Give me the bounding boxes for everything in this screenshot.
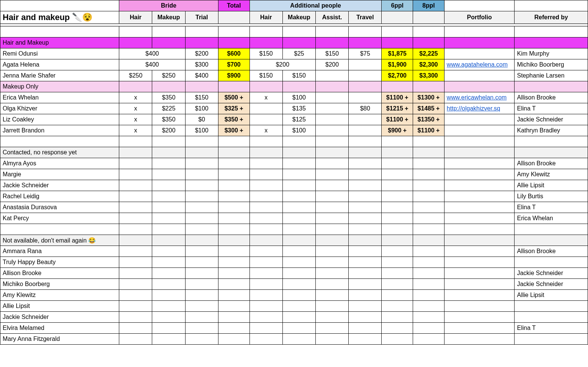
table-row[interactable]: Olga Khizver x $225 $100 $325 + $135 $80… (0, 103, 588, 114)
vendor-name: Amy Klewitz (0, 290, 119, 301)
table-row[interactable]: Michiko BoorbergJackie Schneider (0, 279, 588, 290)
referred-by: Lily Burtis (515, 191, 588, 202)
vendor-name: Jackie Schneider (0, 180, 119, 191)
table-row[interactable]: Remi Odunsi $400 $200 $600 $150 $25 $150… (0, 48, 588, 59)
table-row[interactable]: Rachel LeidigLily Burtis (0, 191, 588, 202)
vendor-name: Elvira Melamed (0, 323, 119, 334)
table-row[interactable]: Allie Lipsit (0, 301, 588, 312)
col-hair: Hair (119, 11, 152, 24)
table-row[interactable]: Jackie Schneider (0, 312, 588, 323)
referred-by (515, 312, 588, 323)
vendor-name: Kat Percy (0, 213, 119, 224)
portfolio-link[interactable]: www.ericawhelan.com (444, 92, 515, 103)
portfolio-link[interactable]: http://olgakhizver.sq (444, 103, 515, 114)
col-assist: Assist. (315, 11, 348, 24)
referred-by: Erica Whelan (515, 213, 588, 224)
table-row[interactable]: Allison BrookeJackie Schneider (0, 268, 588, 279)
portfolio-link[interactable]: www.agatahelena.com (444, 59, 515, 70)
table-row[interactable]: Ammara RanaAllison Brooke (0, 246, 588, 257)
table-row[interactable] (0, 136, 588, 147)
referred-by: Kim Murphy (515, 48, 588, 59)
section-makeup-only: Makeup Only (0, 81, 588, 92)
table-row[interactable] (0, 26, 588, 37)
table-row[interactable]: MargieAmy Klewitz (0, 169, 588, 180)
table-row[interactable]: Anastasia DurasovaElina T (0, 202, 588, 213)
table-row[interactable]: Erica Whelan x $350 $150 $500 + x $100 $… (0, 92, 588, 103)
referred-by: Allison Brooke (515, 246, 588, 257)
referred-by: Elina T (515, 103, 588, 114)
table-row[interactable]: Elvira MelamedElina T (0, 323, 588, 334)
vendor-name: Anastasia Durasova (0, 202, 119, 213)
vendor-name: Agata Helena (0, 59, 119, 70)
referred-by: Allie Lipsit (515, 290, 588, 301)
vendor-name: Rachel Leidig (0, 191, 119, 202)
col-referred: Referred by (515, 11, 588, 24)
referred-by (515, 301, 588, 312)
vendor-name: Margie (0, 169, 119, 180)
col-portfolio: Portfolio (444, 11, 515, 24)
vendor-name: Allison Brooke (0, 268, 119, 279)
col-group-additional: Additional people (250, 0, 382, 11)
vendor-name: Olga Khizver (0, 103, 119, 114)
table-row[interactable]: Truly Happy Beauty (0, 257, 588, 268)
vendor-name: Almyra Ayos (0, 158, 119, 169)
table-row[interactable]: Liz Coakley x $350 $0 $350 + $125 $1100 … (0, 114, 588, 125)
col-group-total: Total (218, 0, 250, 11)
referred-by: Elina T (515, 323, 588, 334)
col-travel: Travel (349, 11, 382, 24)
referred-by: Stephanie Larsen (515, 70, 588, 81)
table-row[interactable]: Almyra AyosAllison Brooke (0, 158, 588, 169)
vendor-name: Remi Odunsi (0, 48, 119, 59)
table-row[interactable]: Amy KlewitzAllie Lipsit (0, 290, 588, 301)
referred-by: Allie Lipsit (515, 180, 588, 191)
col-makeup2: Makeup (282, 11, 315, 24)
section-contacted: Contacted, no response yet (0, 147, 588, 158)
vendor-name: Jenna Marie Shafer (0, 70, 119, 81)
vendor-name: Truly Happy Beauty (0, 257, 119, 268)
vendor-name: Mary Anna Fitzgerald (0, 334, 119, 345)
vendor-name: Jarrett Brandon (0, 125, 119, 136)
referred-by (515, 334, 588, 345)
referred-by: Elina T (515, 202, 588, 213)
referred-by: Kathryn Bradley (515, 125, 588, 136)
table-row[interactable]: Jenna Marie Shafer $250 $250 $400 $900 $… (0, 70, 588, 81)
referred-by: Jackie Schneider (515, 279, 588, 290)
vendor-name: Erica Whelan (0, 92, 119, 103)
referred-by: Allison Brooke (515, 92, 588, 103)
vendor-name: Jackie Schneider (0, 312, 119, 323)
col-group-bride: Bride (119, 0, 218, 11)
vendor-name: Michiko Boorberg (0, 279, 119, 290)
page-title: Hair and makeup 🔪😵 (0, 11, 119, 24)
col-group-6ppl: 6ppl (382, 0, 413, 11)
table-row[interactable]: Agata Helena $400 $300 $700 $200 $200 $1… (0, 59, 588, 70)
referred-by: Amy Klewitz (515, 169, 588, 180)
referred-by: Allison Brooke (515, 158, 588, 169)
vendor-name: Allie Lipsit (0, 301, 119, 312)
col-group-8ppl: 8ppl (413, 0, 445, 11)
header-row-groups: Bride Total Additional people 6ppl 8ppl (0, 0, 588, 11)
table-row[interactable]: Jackie SchneiderAllie Lipsit (0, 180, 588, 191)
hair-makeup-table[interactable]: Bride Total Additional people 6ppl 8ppl … (0, 0, 588, 345)
header-row-sub: Hair and makeup 🔪😵 Hair Makeup Trial Hai… (0, 11, 588, 24)
vendor-name: Liz Coakley (0, 114, 119, 125)
col-makeup: Makeup (152, 11, 185, 24)
col-hair2: Hair (250, 11, 282, 24)
section-not-available: Not available, don't email again 😂 (0, 235, 588, 246)
table-row[interactable]: Jarrett Brandon x $200 $100 $300 + x $10… (0, 125, 588, 136)
referred-by: Michiko Boorberg (515, 59, 588, 70)
vendor-name: Ammara Rana (0, 246, 119, 257)
table-row[interactable] (0, 224, 588, 235)
referred-by: Jackie Schneider (515, 114, 588, 125)
section-hair-and-makeup: Hair and Makeup (0, 37, 588, 48)
table-row[interactable]: Mary Anna Fitzgerald (0, 334, 588, 345)
col-trial: Trial (185, 11, 218, 24)
referred-by (515, 257, 588, 268)
referred-by: Jackie Schneider (515, 268, 588, 279)
table-row[interactable]: Kat PercyErica Whelan (0, 213, 588, 224)
